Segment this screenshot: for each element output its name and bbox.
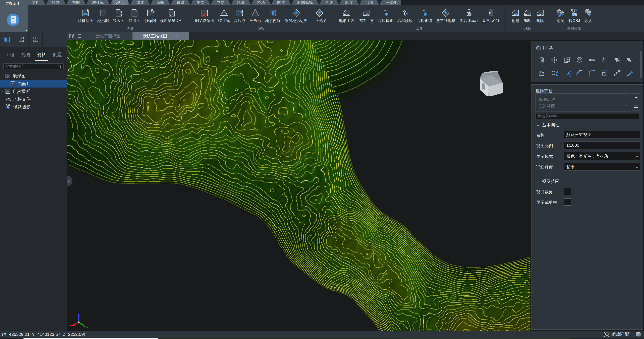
more-options-icon[interactable]: ··· [630, 46, 635, 51]
ribbon-button-BIMTwins[interactable]: BTBIMTwins [481, 9, 502, 23]
align-right-icon[interactable] [611, 54, 624, 66]
sidebar-tab-视图[interactable]: 视图 [18, 52, 34, 58]
ribbon-button-高程查询[interactable]: 高程查询 [415, 9, 434, 23]
squares-icon[interactable] [611, 66, 624, 80]
menu-tab-立交[interactable]: 立交 [213, 0, 228, 5]
prop-select-视图比例[interactable]: 1:1000⌄ [564, 141, 641, 149]
trash-icon[interactable] [536, 54, 548, 66]
view-tab-默认三维视图[interactable]: 默认三维视图✕ [132, 32, 189, 40]
menu-tab-文件[interactable]: 文件 [28, 0, 43, 5]
menu-tab-平交[interactable]: 平交 [193, 0, 208, 5]
section-header-视图范围[interactable]: ⌄视图范围 [536, 178, 560, 184]
tree-caret-icon[interactable]: › [2, 90, 5, 94]
menu-tab-景观[interactable]: 景观 [322, 0, 336, 5]
trim-icon[interactable] [598, 54, 611, 66]
view-layout-icon[interactable] [69, 34, 74, 38]
chamfer-icon[interactable] [573, 66, 586, 80]
ribbon-button-放置到地形[interactable]: 放置到地形 [434, 9, 458, 23]
view-restore-icon[interactable] [77, 34, 82, 38]
ribbon-button-联机底图[interactable]: 联机底图 [76, 9, 95, 23]
house-model[interactable] [478, 66, 508, 96]
ribbon-button-删除影像图[interactable]: 删除影像图 [193, 9, 216, 23]
profile-icon[interactable] [536, 66, 548, 80]
curve-dots-icon[interactable] [624, 66, 636, 80]
tree-item-自然横断[interactable]: ›自然横断 [0, 88, 67, 95]
layout-grid-icon[interactable] [28, 32, 43, 46]
prop-checkbox-视口裁剪[interactable] [564, 188, 571, 195]
ribbon-button-导出txt[interactable]: 导出txt [126, 9, 142, 23]
ribbon-button-曲面合并[interactable]: 曲面合并 [310, 9, 329, 23]
rect-blue-icon[interactable] [598, 66, 611, 80]
prop-input-名称[interactable]: 默认三维视图 [564, 130, 641, 138]
menu-tab-路基[interactable]: 路基 [233, 0, 248, 5]
menu-tab-标志标线[interactable]: 标志标线 [294, 0, 316, 5]
menu-tab-视图[interactable]: 视图 [68, 0, 84, 5]
tree-item-倾斜摄影[interactable]: 倾斜摄影 [0, 103, 67, 111]
ribbon-button-创建[interactable]: 创建 [509, 9, 522, 23]
menu-tab-纵断[interactable]: 纵断 [153, 0, 168, 5]
view-name-combo[interactable]: 视图名称 三维视图 ⌄ [536, 94, 631, 112]
tree-caret-icon[interactable]: ⌄ [2, 74, 5, 78]
ribbon-button-高程修改[interactable]: 高程修改 [395, 9, 415, 23]
ribbon-button-地形图[interactable]: 地形图 [95, 9, 111, 23]
rotate-icon[interactable] [573, 54, 586, 66]
section-header-基本属性[interactable]: ⌄基本属性 [536, 122, 560, 128]
ribbon-button-添加地形边界[interactable]: 添加地形边界 [282, 9, 310, 23]
view-tab-默认平面视图[interactable]: 默认平面视图 [84, 32, 132, 40]
fillet-icon[interactable] [586, 66, 598, 80]
prop-checkbox-显示裁剪框[interactable] [564, 198, 571, 206]
filter-settings-button[interactable] [632, 103, 640, 111]
ribbon-button-道路土方[interactable]: 道路土方 [356, 9, 376, 23]
properties-search-input[interactable]: 搜索关键字 [536, 113, 640, 119]
menu-tab-一体化[interactable]: 一体化 [382, 0, 401, 5]
ribbon-button-地形挖洞[interactable]: 地形挖洞 [263, 9, 282, 23]
viewport-3d[interactable]: Z X Y ‹ [68, 40, 530, 330]
nodes-down-icon[interactable] [561, 66, 573, 80]
nodes-up-icon[interactable] [548, 66, 561, 80]
zoom-fit-icon[interactable] [604, 331, 610, 337]
ribbon-button-等高线标注[interactable]: 等高线标注 [458, 9, 481, 23]
ribbon-button-导入txt[interactable]: 导入txt [111, 9, 126, 23]
menu-tab-标注[interactable]: 标注 [342, 0, 357, 5]
prop-select-显示模式[interactable]: 着色：有光照，有材质⌄ [564, 152, 641, 160]
menu-tab-隧道[interactable]: 隧道 [274, 0, 289, 5]
ribbon-button-导入[interactable]: 导入 [582, 9, 594, 23]
tools-scrollbar[interactable] [640, 51, 642, 78]
menu-tab-道路[interactable]: 道路 [173, 0, 188, 5]
menu-tab-构件库[interactable]: 构件库 [88, 0, 108, 5]
ribbon-button-横断测量文件[interactable]: 横断测量文件 [158, 9, 185, 23]
menu-tab-桥涵[interactable]: 桥涵 [254, 0, 268, 5]
ribbon-button-影像图[interactable]: 影像图 [142, 9, 158, 23]
ribbon-button-挖洞[interactable]: 挖洞 [554, 9, 566, 23]
copy-icon[interactable] [561, 54, 573, 66]
menu-tab-地形[interactable]: 地形 [112, 0, 128, 5]
ribbon-button-转OBJ[interactable]: OBJ转OBJ [566, 9, 582, 23]
zoom-fit-label[interactable]: 缩放匹配 [612, 331, 629, 337]
mirror-icon[interactable] [586, 54, 598, 66]
menu-tab-出图[interactable]: 出图 [362, 0, 377, 5]
ribbon-button-高程检查[interactable]: 高程检查 [376, 9, 395, 23]
ribbon-button-编辑[interactable]: 编辑 [522, 9, 534, 23]
close-tab-icon[interactable]: ✕ [175, 34, 178, 39]
ribbon-button-删除[interactable]: 删除 [534, 9, 546, 23]
prop-select-详细程度[interactable]: 精细⌄ [564, 163, 641, 171]
ribbon-button-地形土方[interactable]: 地形土方 [337, 9, 356, 23]
ribbon-button-高程点[interactable]: 高程点 [232, 9, 248, 23]
sidebar-search-input[interactable]: 搜索关键字 [3, 63, 64, 70]
layout-split-icon[interactable] [14, 32, 28, 46]
move-icon[interactable] [548, 54, 561, 66]
menu-tab-路线[interactable]: 路线 [133, 0, 148, 5]
ribbon-collapse-corner[interactable] [25, 29, 27, 31]
tree-item-地形图[interactable]: ⌄地形图 [0, 72, 67, 80]
ribbon-button-特征线[interactable]: 特征线 [216, 9, 232, 23]
sidebar-tab-工程[interactable]: 工程 [2, 52, 18, 58]
tree-item-地模文件[interactable]: 地模文件 [0, 95, 67, 103]
add-view-button[interactable]: + [632, 94, 640, 102]
ribbon-button-三角形[interactable]: 三角形 [248, 9, 263, 23]
sidebar-tab-资料[interactable]: 资料 [34, 52, 50, 58]
app-logo-icon[interactable] [7, 14, 19, 26]
menu-tab-绘制[interactable]: 绘制 [48, 0, 64, 5]
tree-item-曲面1[interactable]: 曲面1 [0, 80, 67, 88]
terrain-canvas[interactable] [68, 40, 530, 330]
align-center-icon[interactable] [624, 54, 636, 66]
